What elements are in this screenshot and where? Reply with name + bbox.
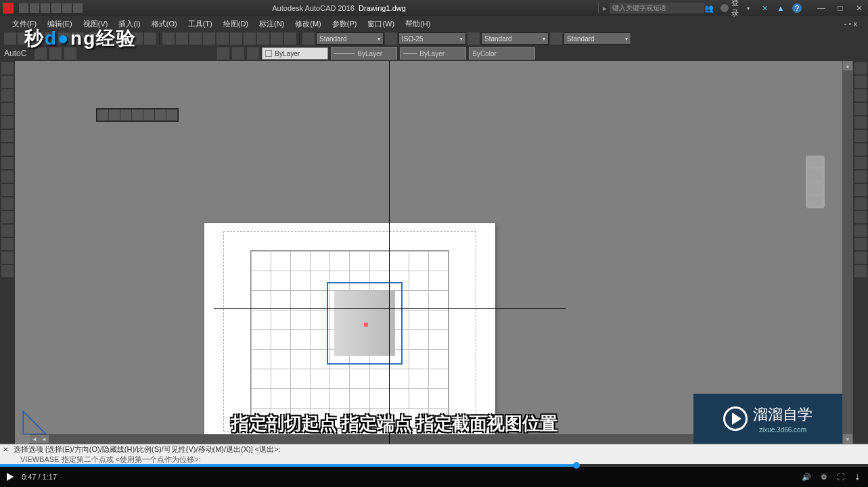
vscroll-up-icon[interactable]: ▴ (843, 61, 852, 70)
nav-zoom-icon[interactable] (808, 170, 822, 180)
text-style-combo[interactable]: Standard (316, 32, 384, 45)
tb-btn-1[interactable] (4, 32, 16, 45)
dim-style-combo[interactable]: ISO-25 (398, 32, 466, 45)
view-top-icon[interactable] (97, 110, 108, 120)
table-tool-icon[interactable] (1, 198, 14, 210)
circle-tool-icon[interactable] (1, 89, 14, 101)
modify-chamfer-icon[interactable] (854, 238, 867, 250)
tb-btn-13[interactable] (176, 32, 188, 45)
menu-window[interactable]: 窗口(W) (362, 18, 400, 30)
menu-parametric[interactable]: 参数(P) (327, 18, 363, 30)
mtext-tool-icon[interactable] (1, 211, 14, 223)
cmdbar-close-icon[interactable]: ✕ (3, 446, 8, 453)
rect-tool-icon[interactable] (1, 116, 14, 129)
progress-bar[interactable] (0, 464, 868, 467)
vertical-scrollbar[interactable]: ▴ ▾ (842, 61, 853, 444)
modify-offset-icon[interactable] (854, 103, 867, 115)
infocenter-icon[interactable]: 👥 (704, 3, 714, 13)
nav-wheel-icon[interactable] (808, 197, 822, 206)
tb-btn-19[interactable] (257, 32, 269, 45)
ellipse-tool-icon[interactable] (1, 143, 14, 156)
gradient-tool-icon[interactable] (1, 265, 14, 277)
tb2-btn-4[interactable] (217, 47, 229, 60)
qat-save-icon[interactable] (41, 3, 50, 13)
tb-btn-14[interactable] (189, 32, 202, 45)
color-combo[interactable]: ByLayer (262, 47, 328, 60)
tb-dimstyle-icon[interactable] (385, 32, 397, 45)
exchange-icon[interactable]: ✕ (760, 3, 769, 13)
view-iso-icon[interactable] (166, 110, 177, 120)
view-back-icon[interactable] (143, 110, 154, 120)
tb-btn-17[interactable] (230, 32, 242, 45)
autodesk360-icon[interactable]: ▲ (776, 3, 785, 13)
tb-btn-21[interactable] (284, 32, 296, 45)
insert-tool-icon[interactable] (1, 238, 14, 250)
play-button[interactable] (7, 473, 14, 481)
lineweight-combo[interactable]: ByLayer (400, 47, 466, 60)
menu-close-doc[interactable]: - ▫ x (839, 18, 863, 29)
tb-btn-16[interactable] (216, 32, 229, 45)
command-line[interactable]: ✕ 选择选项 [选择(E)/方向(O)/隐藏线(H)/比例(S)/可见性(V)/… (0, 444, 868, 464)
modify-fillet-icon[interactable] (854, 252, 867, 264)
arc-tool-icon[interactable] (1, 103, 14, 115)
modify-explode-icon[interactable] (854, 265, 867, 277)
download-icon[interactable]: ⭳ (854, 473, 861, 481)
menu-draw[interactable]: 绘图(D) (218, 18, 254, 30)
menu-tools[interactable]: 工具(T) (183, 18, 218, 30)
menu-modify[interactable]: 修改(M) (290, 18, 327, 30)
modify-stretch-icon[interactable] (854, 170, 867, 183)
view-right-icon[interactable] (132, 110, 143, 120)
modify-erase-icon[interactable] (854, 62, 867, 74)
modify-mirror-icon[interactable] (854, 89, 867, 101)
pline-tool-icon[interactable] (1, 76, 14, 88)
progress-knob[interactable] (573, 462, 580, 469)
tb-btn-15[interactable] (203, 32, 215, 45)
modify-extend-icon[interactable] (854, 198, 867, 210)
modify-trim-icon[interactable] (854, 184, 867, 196)
close-button[interactable]: ✕ (854, 3, 864, 13)
qat-redo-icon[interactable] (73, 3, 83, 13)
modify-join-icon[interactable] (854, 225, 867, 237)
qat-print-icon[interactable] (51, 3, 61, 13)
tb-btn-12[interactable] (162, 32, 175, 45)
hscroll-left2-icon[interactable]: ◄ (39, 435, 49, 443)
spline-tool-icon[interactable] (1, 130, 14, 142)
modify-break-icon[interactable] (854, 211, 867, 223)
modify-rotate-icon[interactable] (854, 143, 867, 156)
view-left-icon[interactable] (120, 110, 131, 120)
app-icon[interactable] (3, 3, 14, 14)
modify-array-icon[interactable] (854, 116, 867, 129)
modify-copy-icon[interactable] (854, 76, 867, 88)
tb-btn-20[interactable] (271, 32, 283, 45)
point-tool-icon[interactable] (1, 170, 14, 183)
tb-tablestyle-icon[interactable] (467, 32, 480, 45)
nav-pan-icon[interactable] (808, 158, 822, 167)
qat-open-icon[interactable] (30, 3, 39, 13)
menu-dimension[interactable]: 标注(N) (254, 18, 290, 30)
volume-icon[interactable]: 🔊 (802, 473, 811, 482)
tb2-btn-6[interactable] (247, 47, 259, 60)
maximize-button[interactable]: □ (836, 3, 845, 13)
minimize-button[interactable]: — (817, 3, 826, 13)
login-button[interactable]: 登录 ▾ (721, 3, 753, 13)
block-tool-icon[interactable] (1, 225, 14, 237)
qat-undo-icon[interactable] (62, 3, 72, 13)
nav-orbit-icon[interactable] (808, 184, 822, 193)
view-bottom-icon[interactable] (155, 110, 166, 120)
tb-btn-11[interactable] (144, 32, 156, 45)
donut-tool-icon[interactable] (1, 252, 14, 264)
modify-scale-icon[interactable] (854, 157, 867, 169)
navigation-bar[interactable] (806, 156, 825, 208)
linetype-combo[interactable]: ByLayer (331, 47, 397, 60)
view-front-icon[interactable] (109, 110, 120, 120)
menu-format[interactable]: 格式(O) (146, 18, 183, 30)
tb-textstyle-icon[interactable] (302, 32, 315, 45)
modify-move-icon[interactable] (854, 130, 867, 142)
plotstyle-combo[interactable]: ByColor (469, 47, 535, 60)
ml-style-combo[interactable]: Standard (564, 32, 631, 45)
search-box[interactable]: 键入关键字或短语 (610, 3, 704, 14)
search-arrow-icon[interactable]: ► (601, 5, 608, 12)
menu-help[interactable]: 帮助(H) (400, 18, 436, 30)
hscroll-left-icon[interactable]: ◄ (30, 435, 39, 443)
tb2-btn-5[interactable] (232, 47, 244, 60)
